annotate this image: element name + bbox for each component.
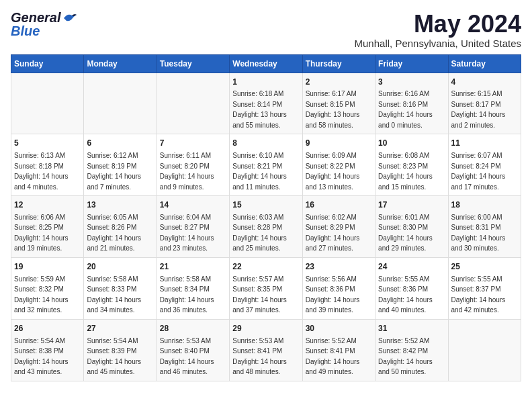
cell-info: Sunrise: 5:56 AMSunset: 8:36 PMDaylight:… xyxy=(306,275,360,314)
main-title: May 2024 xyxy=(355,11,521,38)
calendar-cell: 22Sunrise: 5:57 AMSunset: 8:35 PMDayligh… xyxy=(230,257,302,319)
calendar-cell: 31Sunrise: 5:52 AMSunset: 8:42 PMDayligh… xyxy=(375,319,448,381)
day-number: 18 xyxy=(451,199,518,211)
day-number: 27 xyxy=(87,323,153,334)
calendar-cell: 26Sunrise: 5:54 AMSunset: 8:38 PMDayligh… xyxy=(11,319,84,381)
week-row-4: 26Sunrise: 5:54 AMSunset: 8:38 PMDayligh… xyxy=(11,319,521,381)
calendar-cell: 3Sunrise: 6:16 AMSunset: 8:16 PMDaylight… xyxy=(375,73,448,134)
day-number: 7 xyxy=(160,138,226,149)
cell-info: Sunrise: 5:53 AMSunset: 8:41 PMDaylight:… xyxy=(232,337,287,376)
cell-info: Sunrise: 5:59 AMSunset: 8:32 PMDaylight:… xyxy=(14,275,69,314)
cell-info: Sunrise: 5:53 AMSunset: 8:40 PMDaylight:… xyxy=(160,337,214,376)
col-wednesday: Wednesday xyxy=(230,54,302,73)
day-number: 1 xyxy=(232,77,299,88)
cell-info: Sunrise: 5:54 AMSunset: 8:39 PMDaylight:… xyxy=(87,337,141,376)
logo-text: General Blue xyxy=(11,11,77,38)
col-thursday: Thursday xyxy=(302,54,375,73)
logo-blue: Blue xyxy=(11,24,40,38)
calendar-cell: 30Sunrise: 5:52 AMSunset: 8:41 PMDayligh… xyxy=(302,319,375,381)
cell-info: Sunrise: 5:55 AMSunset: 8:36 PMDaylight:… xyxy=(378,275,433,314)
cell-info: Sunrise: 6:16 AMSunset: 8:16 PMDaylight:… xyxy=(378,90,433,129)
day-number: 22 xyxy=(232,261,299,273)
cell-info: Sunrise: 6:00 AMSunset: 8:31 PMDaylight:… xyxy=(451,214,506,253)
cell-info: Sunrise: 6:06 AMSunset: 8:25 PMDaylight:… xyxy=(14,214,69,253)
calendar-cell: 20Sunrise: 5:58 AMSunset: 8:33 PMDayligh… xyxy=(84,257,157,319)
calendar-cell: 29Sunrise: 5:53 AMSunset: 8:41 PMDayligh… xyxy=(230,319,302,381)
day-number: 8 xyxy=(232,138,299,149)
col-friday: Friday xyxy=(375,54,448,73)
cell-info: Sunrise: 6:08 AMSunset: 8:23 PMDaylight:… xyxy=(378,152,433,191)
subtitle: Munhall, Pennsylvania, United States xyxy=(355,38,521,49)
week-row-2: 12Sunrise: 6:06 AMSunset: 8:25 PMDayligh… xyxy=(11,196,521,258)
cell-info: Sunrise: 6:15 AMSunset: 8:17 PMDaylight:… xyxy=(451,90,506,129)
calendar-cell: 18Sunrise: 6:00 AMSunset: 8:31 PMDayligh… xyxy=(448,196,521,258)
calendar-cell: 28Sunrise: 5:53 AMSunset: 8:40 PMDayligh… xyxy=(157,319,229,381)
logo-bird-icon xyxy=(62,12,77,24)
calendar-cell: 13Sunrise: 6:05 AMSunset: 8:26 PMDayligh… xyxy=(84,196,157,258)
day-number: 13 xyxy=(87,199,153,211)
header-row: Sunday Monday Tuesday Wednesday Thursday… xyxy=(11,54,521,73)
day-number: 31 xyxy=(378,323,445,334)
calendar-table: Sunday Monday Tuesday Wednesday Thursday… xyxy=(11,54,521,381)
week-row-0: 1Sunrise: 6:18 AMSunset: 8:14 PMDaylight… xyxy=(11,73,521,134)
calendar-cell: 24Sunrise: 5:55 AMSunset: 8:36 PMDayligh… xyxy=(375,257,448,319)
col-tuesday: Tuesday xyxy=(157,54,229,73)
cell-info: Sunrise: 6:09 AMSunset: 8:22 PMDaylight:… xyxy=(306,152,360,191)
cell-info: Sunrise: 6:10 AMSunset: 8:21 PMDaylight:… xyxy=(232,152,287,191)
cell-info: Sunrise: 5:54 AMSunset: 8:38 PMDaylight:… xyxy=(14,337,69,376)
logo: General Blue xyxy=(11,11,77,38)
calendar-cell: 10Sunrise: 6:08 AMSunset: 8:23 PMDayligh… xyxy=(375,134,448,196)
calendar-cell: 27Sunrise: 5:54 AMSunset: 8:39 PMDayligh… xyxy=(84,319,157,381)
day-number: 20 xyxy=(87,261,153,273)
col-saturday: Saturday xyxy=(448,54,521,73)
day-number: 9 xyxy=(306,138,372,149)
col-monday: Monday xyxy=(84,54,157,73)
week-row-3: 19Sunrise: 5:59 AMSunset: 8:32 PMDayligh… xyxy=(11,257,521,319)
cell-info: Sunrise: 6:13 AMSunset: 8:18 PMDaylight:… xyxy=(14,152,69,191)
day-number: 26 xyxy=(14,323,81,334)
day-number: 30 xyxy=(306,323,372,334)
cell-info: Sunrise: 6:05 AMSunset: 8:26 PMDaylight:… xyxy=(87,214,141,253)
cell-info: Sunrise: 5:55 AMSunset: 8:37 PMDaylight:… xyxy=(451,275,506,314)
day-number: 4 xyxy=(451,77,518,88)
day-number: 15 xyxy=(232,199,299,211)
cell-info: Sunrise: 6:01 AMSunset: 8:30 PMDaylight:… xyxy=(378,214,433,253)
calendar-cell: 16Sunrise: 6:02 AMSunset: 8:29 PMDayligh… xyxy=(302,196,375,258)
calendar-cell: 11Sunrise: 6:07 AMSunset: 8:24 PMDayligh… xyxy=(448,134,521,196)
calendar-cell: 14Sunrise: 6:04 AMSunset: 8:27 PMDayligh… xyxy=(157,196,229,258)
day-number: 28 xyxy=(160,323,226,334)
day-number: 5 xyxy=(14,138,81,149)
cell-info: Sunrise: 5:57 AMSunset: 8:35 PMDaylight:… xyxy=(232,275,287,314)
cell-info: Sunrise: 6:03 AMSunset: 8:28 PMDaylight:… xyxy=(232,214,287,253)
calendar-cell: 17Sunrise: 6:01 AMSunset: 8:30 PMDayligh… xyxy=(375,196,448,258)
day-number: 12 xyxy=(14,199,81,211)
title-block: May 2024 Munhall, Pennsylvania, United S… xyxy=(355,11,521,49)
day-number: 6 xyxy=(87,138,153,149)
calendar-cell: 6Sunrise: 6:12 AMSunset: 8:19 PMDaylight… xyxy=(84,134,157,196)
day-number: 10 xyxy=(378,138,445,149)
day-number: 29 xyxy=(232,323,299,334)
cell-info: Sunrise: 6:11 AMSunset: 8:20 PMDaylight:… xyxy=(160,152,214,191)
cell-info: Sunrise: 5:52 AMSunset: 8:41 PMDaylight:… xyxy=(306,337,360,376)
calendar-cell: 21Sunrise: 5:58 AMSunset: 8:34 PMDayligh… xyxy=(157,257,229,319)
calendar-cell xyxy=(448,319,521,381)
calendar-cell: 19Sunrise: 5:59 AMSunset: 8:32 PMDayligh… xyxy=(11,257,84,319)
page-header: General Blue May 2024 Munhall, Pennsylva… xyxy=(11,11,521,49)
calendar-cell: 7Sunrise: 6:11 AMSunset: 8:20 PMDaylight… xyxy=(157,134,229,196)
day-number: 2 xyxy=(306,77,372,88)
day-number: 21 xyxy=(160,261,226,273)
day-number: 24 xyxy=(378,261,445,273)
calendar-cell: 12Sunrise: 6:06 AMSunset: 8:25 PMDayligh… xyxy=(11,196,84,258)
calendar-cell: 23Sunrise: 5:56 AMSunset: 8:36 PMDayligh… xyxy=(302,257,375,319)
cell-info: Sunrise: 6:02 AMSunset: 8:29 PMDaylight:… xyxy=(306,214,360,253)
logo-general: General xyxy=(11,11,60,24)
cell-info: Sunrise: 5:58 AMSunset: 8:33 PMDaylight:… xyxy=(87,275,141,314)
cell-info: Sunrise: 5:58 AMSunset: 8:34 PMDaylight:… xyxy=(160,275,214,314)
col-sunday: Sunday xyxy=(11,54,84,73)
calendar-cell: 2Sunrise: 6:17 AMSunset: 8:15 PMDaylight… xyxy=(302,73,375,134)
calendar-cell: 4Sunrise: 6:15 AMSunset: 8:17 PMDaylight… xyxy=(448,73,521,134)
calendar-cell: 9Sunrise: 6:09 AMSunset: 8:22 PMDaylight… xyxy=(302,134,375,196)
calendar-cell: 5Sunrise: 6:13 AMSunset: 8:18 PMDaylight… xyxy=(11,134,84,196)
week-row-1: 5Sunrise: 6:13 AMSunset: 8:18 PMDaylight… xyxy=(11,134,521,196)
cell-info: Sunrise: 6:04 AMSunset: 8:27 PMDaylight:… xyxy=(160,214,214,253)
